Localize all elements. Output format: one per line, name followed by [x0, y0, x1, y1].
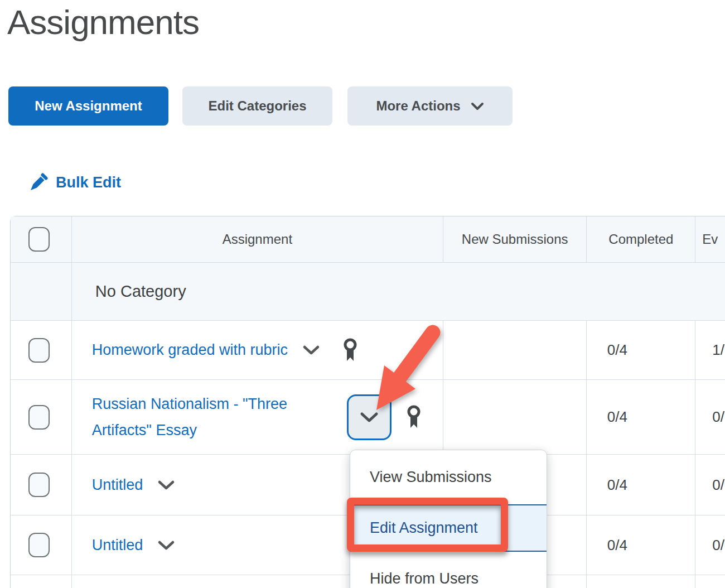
header-new-submissions-label: New Submissions	[462, 232, 568, 247]
new-submissions-cell	[443, 380, 587, 455]
header-assignment: Assignment	[72, 216, 443, 263]
row-checkbox[interactable]	[28, 405, 50, 430]
header-completed-label: Completed	[608, 232, 673, 247]
toolbar: New Assignment Edit Categories More Acti…	[0, 86, 725, 126]
chevron-down-icon[interactable]	[157, 480, 175, 490]
completed-value: 0/4	[587, 476, 695, 494]
assignment-link[interactable]: Russian Nationalism - "Three Artifacts" …	[92, 391, 311, 443]
header-assignment-label: Assignment	[223, 232, 292, 247]
category-select-cell	[11, 263, 72, 321]
chevron-down-icon	[471, 102, 484, 110]
menu-item-view-submissions[interactable]: View Submissions	[350, 450, 547, 504]
assignment-link[interactable]: Homework graded with rubric	[92, 337, 288, 363]
evaluated-cell: 0/	[695, 515, 725, 575]
bulk-edit-icon	[29, 173, 48, 192]
row-select-cell	[11, 321, 72, 380]
completed-cell: 0/4	[587, 321, 695, 380]
assignments-page: Assignments New Assignment Edit Categori…	[0, 0, 725, 588]
header-evaluated-label: Ev	[702, 232, 718, 247]
evaluated-cell: 0/	[695, 380, 725, 455]
bulk-edit-label: Bulk Edit	[56, 174, 121, 191]
row-checkbox[interactable]	[28, 533, 50, 557]
row-select-cell	[11, 515, 72, 575]
assignment-link[interactable]: Untitled	[92, 472, 143, 498]
more-actions-button[interactable]: More Actions	[347, 86, 513, 126]
header-select-cell	[11, 216, 72, 263]
chevron-down-icon[interactable]	[302, 345, 320, 355]
row-select-cell	[11, 575, 72, 588]
category-label: No Category	[95, 282, 186, 301]
assignment-link[interactable]: Untitled	[92, 532, 143, 558]
new-assignment-button[interactable]: New Assignment	[8, 86, 168, 126]
menu-item-hide-from-users[interactable]: Hide from Users	[350, 552, 547, 588]
evaluated-cell: 1/	[695, 321, 725, 380]
completed-value: 0/4	[587, 537, 695, 554]
annotation-highlight-box	[347, 498, 508, 552]
completed-cell: 0/4	[587, 515, 695, 575]
evaluated-cell	[695, 575, 725, 588]
header-completed: Completed	[587, 216, 695, 263]
evaluated-value: 0/	[712, 476, 724, 494]
evaluated-value: 0/	[712, 537, 724, 554]
completed-value: 0/4	[587, 408, 695, 426]
completed-value: 0/4	[587, 341, 695, 359]
select-all-checkbox[interactable]	[28, 227, 50, 252]
row-select-cell	[11, 380, 72, 455]
header-evaluated: Ev	[695, 216, 725, 263]
completed-cell: 0/4	[587, 380, 695, 455]
completed-cell: 0/4	[587, 455, 695, 515]
header-new-submissions: New Submissions	[443, 216, 587, 263]
annotation-arrow	[350, 322, 445, 417]
new-submissions-cell	[443, 321, 587, 380]
evaluated-cell: 0/	[695, 455, 725, 515]
row-checkbox[interactable]	[28, 338, 50, 363]
category-label-cell: No Category	[72, 263, 725, 321]
row-checkbox[interactable]	[28, 473, 50, 497]
table-header-row: Assignment New Submissions Completed Ev	[11, 216, 725, 263]
edit-categories-button[interactable]: Edit Categories	[182, 86, 332, 126]
evaluated-value: 0/	[712, 408, 724, 426]
category-row: No Category	[11, 263, 725, 321]
bulk-edit-link[interactable]: Bulk Edit	[29, 173, 121, 192]
more-actions-label: More Actions	[376, 98, 460, 114]
evaluated-value: 1/	[712, 341, 724, 359]
chevron-down-icon[interactable]	[157, 540, 175, 551]
completed-cell	[587, 575, 695, 588]
page-title: Assignments	[7, 2, 199, 42]
row-select-cell	[11, 455, 72, 515]
